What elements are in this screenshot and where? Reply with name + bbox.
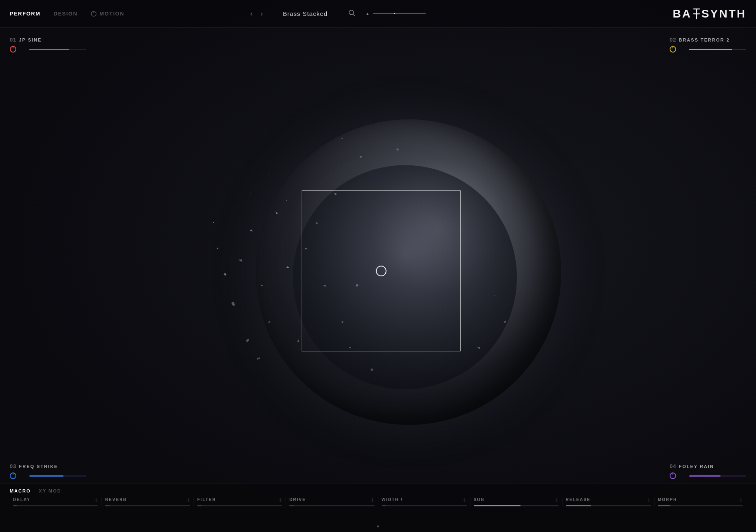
layer-1-name: JP SINE bbox=[19, 37, 42, 42]
svg-point-2 bbox=[349, 10, 354, 15]
macro-release: RELEASE ⁜ bbox=[563, 497, 655, 506]
preset-name-label: Brass Stacked bbox=[268, 10, 342, 17]
macro-sub-label: SUB bbox=[474, 497, 485, 502]
search-button[interactable] bbox=[348, 9, 356, 18]
macro-tabs: MACRO XY MOD bbox=[10, 484, 746, 493]
macro-drive-label: DRIVE bbox=[289, 497, 306, 502]
tab-design[interactable]: DESIGN bbox=[54, 11, 78, 17]
topbar: PERFORM DESIGN MOTION ‹ › Brass Stacked … bbox=[0, 0, 756, 28]
tab-macro[interactable]: MACRO bbox=[10, 488, 31, 493]
macro-morph: MORPH ⁜ bbox=[655, 497, 746, 506]
layer-2-number: 02 bbox=[670, 37, 676, 43]
layer-card-1: 01 JP SINE bbox=[10, 37, 86, 53]
macro-reverb-fill bbox=[105, 505, 109, 506]
layer-3-fader-fill bbox=[29, 475, 64, 477]
macro-sub-track[interactable] bbox=[474, 505, 559, 506]
macro-filter: FILTER ⁜ bbox=[194, 497, 286, 506]
macro-controls: DELAY ⁜ REVERB ⁜ FILTER ⁜ DRIVE ⁜ bbox=[10, 497, 746, 526]
macro-release-fill bbox=[566, 505, 591, 506]
macro-release-drag[interactable]: ⁜ bbox=[647, 497, 651, 503]
layer-2-name: BRASS TERROR 2 bbox=[679, 37, 730, 42]
layer-1-header: 01 JP SINE bbox=[10, 37, 86, 43]
bottom-controls: MACRO XY MOD DELAY ⁜ REVERB ⁜ FILTER ⁜ bbox=[0, 483, 756, 532]
macro-filter-track[interactable] bbox=[197, 505, 282, 506]
slider-arrow-up: ▲ bbox=[365, 11, 369, 16]
xy-pad[interactable] bbox=[302, 190, 461, 351]
macro-drive-drag[interactable]: ⁜ bbox=[371, 497, 375, 503]
motion-power-icon bbox=[90, 11, 97, 17]
layer-4-fader-fill bbox=[689, 475, 721, 477]
layer-1-power-button[interactable] bbox=[10, 46, 16, 53]
macro-morph-drag[interactable]: ⁜ bbox=[739, 497, 743, 503]
scroll-down-indicator: ▼ bbox=[376, 524, 380, 529]
tab-xymod[interactable]: XY MOD bbox=[39, 488, 62, 493]
macro-width: WIDTH ! ⁜ bbox=[378, 497, 470, 506]
macro-reverb-label: REVERB bbox=[105, 497, 127, 502]
macro-filter-label: FILTER bbox=[197, 497, 216, 502]
layer-4-header: 04 FOLEY RAIN bbox=[670, 463, 746, 469]
layer-3-number: 03 bbox=[10, 463, 16, 469]
preset-slider[interactable] bbox=[373, 13, 426, 14]
macro-delay-drag[interactable]: ⁜ bbox=[94, 497, 98, 503]
layer-card-4: 04 FOLEY RAIN bbox=[670, 463, 746, 479]
layer-3-power-button[interactable] bbox=[10, 473, 16, 479]
macro-morph-label: MORPH bbox=[658, 497, 677, 502]
macro-delay-fill bbox=[13, 505, 17, 506]
tab-motion[interactable]: MOTION bbox=[90, 11, 124, 17]
macro-width-track[interactable] bbox=[382, 505, 467, 506]
macro-release-label: RELEASE bbox=[566, 497, 591, 502]
preset-prev-button[interactable]: ‹ bbox=[248, 9, 255, 19]
macro-release-track[interactable] bbox=[566, 505, 651, 506]
macro-reverb-track[interactable] bbox=[105, 505, 190, 506]
macro-sub: SUB ⁜ bbox=[470, 497, 563, 506]
macro-delay: DELAY ⁜ bbox=[10, 497, 102, 506]
macro-reverb: REVERB ⁜ bbox=[102, 497, 194, 506]
macro-morph-fill bbox=[658, 505, 670, 506]
layer-3-name: FREQ STRIKE bbox=[19, 464, 58, 469]
macro-width-fill bbox=[382, 505, 386, 506]
macro-filter-fill bbox=[197, 505, 201, 506]
macro-drive: DRIVE ⁜ bbox=[286, 497, 378, 506]
macro-reverb-drag[interactable]: ⁜ bbox=[186, 497, 190, 503]
macro-width-drag[interactable]: ⁜ bbox=[463, 497, 467, 503]
layer-2-fader-fill bbox=[689, 49, 732, 50]
macro-delay-track[interactable] bbox=[13, 505, 98, 506]
macro-width-label: WIDTH ! bbox=[382, 497, 403, 502]
layer-2-fader-track[interactable] bbox=[689, 49, 746, 50]
layer-2-power-button[interactable] bbox=[670, 46, 676, 53]
app-logo: BA SYNTH bbox=[673, 7, 746, 20]
layer-4-name: FOLEY RAIN bbox=[679, 464, 714, 469]
preset-slider-container: ▲ bbox=[365, 11, 426, 16]
macro-delay-label: DELAY bbox=[13, 497, 31, 502]
layer-card-3: 03 FREQ STRIKE bbox=[10, 463, 86, 479]
layer-3-header: 03 FREQ STRIKE bbox=[10, 463, 86, 469]
background-visual bbox=[0, 0, 756, 532]
layer-4-number: 04 bbox=[670, 463, 676, 469]
preset-navigator: ‹ › Brass Stacked ▲ bbox=[248, 9, 426, 19]
layer-card-2: 02 BRASS TERROR 2 bbox=[670, 37, 746, 53]
xy-cursor[interactable] bbox=[376, 266, 387, 276]
tab-perform[interactable]: PERFORM bbox=[10, 11, 41, 17]
macro-drive-fill bbox=[289, 505, 293, 506]
layer-4-fader-track[interactable] bbox=[689, 475, 746, 477]
preset-next-button[interactable]: › bbox=[258, 9, 265, 19]
layer-1-fader-fill bbox=[29, 49, 69, 50]
nav-tabs: PERFORM DESIGN MOTION bbox=[10, 11, 124, 17]
layer-4-power-button[interactable] bbox=[670, 473, 676, 479]
macro-sub-drag[interactable]: ⁜ bbox=[555, 497, 559, 503]
tab-motion-label: MOTION bbox=[99, 11, 124, 17]
macro-sub-fill bbox=[474, 505, 521, 506]
layer-2-header: 02 BRASS TERROR 2 bbox=[670, 37, 746, 43]
svg-line-3 bbox=[353, 14, 355, 16]
layer-3-fader-track[interactable] bbox=[29, 475, 86, 477]
layer-1-number: 01 bbox=[10, 37, 16, 43]
layer-1-fader-track[interactable] bbox=[29, 49, 86, 50]
macro-drive-track[interactable] bbox=[289, 505, 374, 506]
macro-morph-track[interactable] bbox=[658, 505, 743, 506]
macro-filter-drag[interactable]: ⁜ bbox=[278, 497, 282, 503]
